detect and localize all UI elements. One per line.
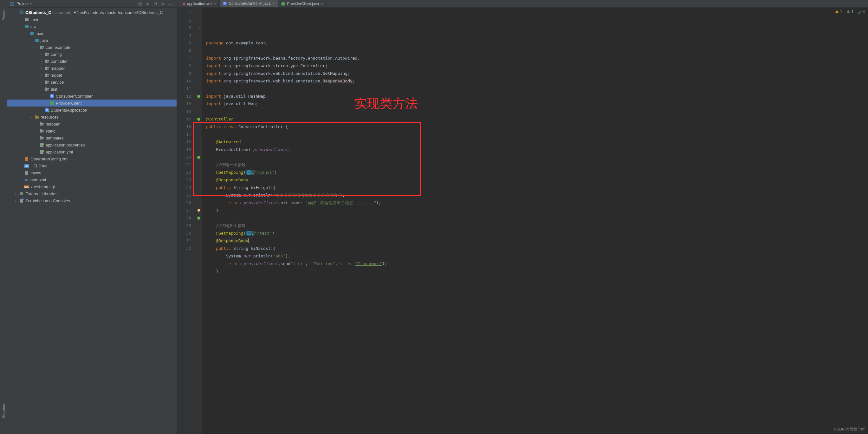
code-line[interactable]: } (206, 268, 868, 275)
gutter-slot[interactable] (195, 9, 202, 17)
line-number[interactable]: 15 (177, 115, 191, 123)
gutter-slot[interactable]: ⌞ (195, 70, 202, 78)
code-line[interactable]: return providerClient.send1( city: "Beij… (206, 260, 868, 268)
code-line[interactable]: import org.springframework.stereotype.Co… (206, 62, 868, 70)
tree-row[interactable]: ›config (7, 51, 177, 58)
line-number[interactable]: 5 (177, 39, 191, 47)
gutter-slot[interactable] (195, 62, 202, 70)
gutter-slot[interactable] (195, 169, 202, 176)
project-tree[interactable]: ⌄CStudents_C [cstudents] E:\test\cstuden… (7, 8, 177, 434)
locate-icon[interactable] (138, 2, 142, 6)
line-number[interactable]: 28 (177, 214, 191, 222)
line-number[interactable]: 23 (177, 176, 191, 184)
gutter-slot[interactable] (195, 78, 202, 85)
tree-row[interactable]: ›static (7, 127, 177, 134)
chevron-icon[interactable]: › (39, 81, 43, 84)
collapse-icon[interactable] (153, 2, 158, 6)
tree-row[interactable]: application.yml (7, 148, 177, 155)
gutter-slot[interactable] (195, 55, 202, 62)
code-line[interactable]: import java.util.Map; (206, 100, 868, 108)
tree-row[interactable]: mpom.xml (7, 176, 177, 183)
chevron-icon[interactable]: ⌄ (19, 25, 23, 28)
intention-bulb-icon[interactable] (196, 208, 201, 213)
code-line[interactable]: import org.springframework.beans.factory… (206, 55, 868, 62)
line-number[interactable]: 2 (177, 17, 191, 24)
tree-row[interactable]: ›service (7, 79, 177, 86)
tool-structure-label[interactable]: Structure (2, 404, 5, 418)
tree-row[interactable]: ⌄java (7, 37, 177, 44)
tree-row[interactable]: ›model (7, 72, 177, 79)
spring-icon[interactable] (197, 94, 201, 98)
tab-providerclient-java[interactable]: IProviderClient.java× (278, 0, 327, 7)
line-number-gutter[interactable]: 1234567891011121314151617181920212223242… (177, 8, 195, 434)
tree-row[interactable]: ⌄com.example (7, 44, 177, 51)
code-line[interactable]: @GetMapping(🌐⌄"/canos") (206, 169, 868, 176)
code-line[interactable] (206, 214, 868, 222)
gutter-slot[interactable] (195, 207, 202, 214)
tree-row[interactable]: mvnw (7, 169, 177, 176)
code-line[interactable] (206, 275, 868, 283)
code-line[interactable]: //传输一个参数 (206, 161, 868, 169)
chevron-icon[interactable]: › (39, 67, 43, 70)
tree-row[interactable]: IProviderClient (7, 99, 177, 106)
close-icon[interactable]: × (272, 1, 275, 6)
chevron-icon[interactable]: ⌄ (14, 11, 18, 14)
gutter-icons[interactable]: ⊟⌞ (195, 8, 202, 434)
code-line[interactable]: package com.example.test; (206, 39, 868, 47)
line-number[interactable]: 24 (177, 184, 191, 191)
line-number[interactable]: 14 (177, 108, 191, 115)
code-line[interactable] (206, 108, 868, 115)
gutter-slot[interactable] (195, 32, 202, 39)
hide-icon[interactable]: — (168, 2, 173, 6)
gutter-slot[interactable] (195, 85, 202, 93)
code-line[interactable] (206, 153, 868, 161)
tree-row[interactable]: ⌄src (7, 23, 177, 30)
line-number[interactable]: 10 (177, 78, 191, 85)
code-editor[interactable]: 实现类方法 package com.example.test; import o… (202, 8, 868, 434)
chevron-icon[interactable]: › (34, 136, 38, 140)
gutter-slot[interactable] (195, 222, 202, 229)
tree-row[interactable]: GeneratorConfig.xml (7, 155, 177, 162)
line-number[interactable]: 30 (177, 229, 191, 237)
chevron-icon[interactable]: ⌄ (34, 45, 38, 49)
code-line[interactable]: @ResponseBody (206, 237, 868, 245)
line-number[interactable]: 17 (177, 131, 191, 138)
line-number[interactable]: 22 (177, 169, 191, 176)
tab-consumercontroller-java[interactable]: CConsumerController.java× (220, 0, 278, 7)
tree-row[interactable]: ›templates (7, 134, 177, 142)
code-line[interactable]: @ResponseBody (206, 176, 868, 184)
spring-icon[interactable] (197, 117, 201, 121)
gutter-slot[interactable] (195, 131, 202, 138)
chevron-icon[interactable]: ⌄ (29, 39, 33, 42)
code-line[interactable]: } (206, 207, 868, 214)
chevron-icon[interactable]: ⌄ (24, 32, 28, 35)
fold-end-icon[interactable]: ⌞ (198, 70, 199, 78)
spring-icon[interactable] (197, 155, 201, 159)
line-number[interactable]: 3 (177, 24, 191, 32)
code-line[interactable]: System.out.println("666"); (206, 252, 868, 260)
line-number[interactable]: 29 (177, 222, 191, 229)
tree-row[interactable]: ⌄CStudents_C [cstudents] E:\test\cstuden… (7, 9, 177, 16)
code-line[interactable]: return providerClient.hi( name: "你好，我这边发… (206, 199, 868, 207)
tree-row[interactable]: application.properties (7, 142, 177, 148)
chevron-icon[interactable]: › (19, 18, 23, 21)
gutter-slot[interactable] (195, 17, 202, 24)
line-number[interactable]: 20 (177, 153, 191, 161)
chevron-icon[interactable]: › (39, 53, 43, 56)
gear-icon[interactable] (161, 2, 165, 6)
gutter-slot[interactable] (195, 153, 202, 161)
line-number[interactable]: 16 (177, 123, 191, 131)
code-line[interactable]: System.out.println("哈哈哈哈哈哈哈哈哈哈哈哈哈哈哈"); (206, 191, 868, 199)
line-number[interactable]: 19 (177, 146, 191, 153)
gutter-slot[interactable] (195, 229, 202, 237)
code-line[interactable]: ProviderClient providerClient; (206, 146, 868, 153)
gutter-slot[interactable] (195, 39, 202, 47)
tree-row[interactable]: SQLxuesheng.sql (7, 183, 177, 190)
warning-yellow-icon[interactable]: 1 (835, 9, 842, 14)
inspection-indicators[interactable]: 1 1 4 (835, 9, 865, 14)
code-line[interactable]: import org.springframework.web.bind.anno… (206, 78, 868, 85)
code-line[interactable]: public String hiFeign(){ (206, 184, 868, 191)
code-line[interactable]: @GetMapping(🌐⌄"/test") (206, 229, 868, 237)
gutter-slot[interactable] (195, 93, 202, 100)
gutter-slot[interactable] (195, 214, 202, 222)
